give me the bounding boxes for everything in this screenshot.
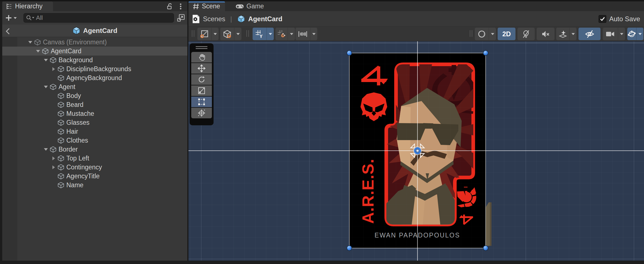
lock-icon[interactable] <box>166 3 175 10</box>
tree-item-body[interactable]: Body <box>2 91 187 100</box>
tree-item-name[interactable]: Name <box>2 181 187 189</box>
tree-item-background[interactable]: Background <box>2 56 187 64</box>
effects-icon <box>559 30 567 38</box>
rotate-tool-icon <box>198 76 205 83</box>
scene-canvas: 001 <box>188 41 644 262</box>
tree-item-agent[interactable]: Agent <box>2 82 187 91</box>
hierarchy-icon <box>6 3 13 10</box>
tree-item-agentcard[interactable]: AgentCard <box>2 47 187 56</box>
selection-handle-bottom-left <box>347 246 352 251</box>
gameobject-cube-icon <box>57 137 64 144</box>
tree-item-clothes[interactable]: Clothes <box>2 136 187 145</box>
foldout-open-icon[interactable] <box>43 147 48 152</box>
grid-axis-y-button[interactable]: Y <box>253 28 274 40</box>
foldout-closed-icon[interactable] <box>51 67 56 71</box>
tree-item-label: Beard <box>66 101 83 109</box>
tree-item-label: Border <box>59 146 78 153</box>
tree-item-border[interactable]: Border <box>2 145 187 154</box>
gizmos-button[interactable] <box>627 28 643 40</box>
tree-item-canvas-environment[interactable]: Canvas (Environment) <box>2 38 187 47</box>
gameobject-cube-icon <box>57 128 64 135</box>
svg-text:Y: Y <box>260 34 263 39</box>
scene-visibility-button[interactable] <box>578 28 601 40</box>
tree-item-disciplinebackgrounds[interactable]: DisciplineBackgrounds <box>2 64 187 73</box>
breadcrumb-current[interactable]: AgentCard <box>248 15 282 23</box>
tree-item-agencybackground[interactable]: AgencyBackground <box>2 73 187 82</box>
tab-game[interactable]: Game <box>232 1 264 11</box>
window-left-edge <box>0 1 2 264</box>
scene-panel: Scene Game <box>188 1 644 261</box>
tool-handle-orientation-button[interactable] <box>220 28 241 40</box>
breadcrumb-scenes[interactable]: Scenes <box>203 15 225 23</box>
no-icon <box>51 183 56 188</box>
scene-breadcrumbs: Scenes | AgentCard Auto Save <box>188 11 644 27</box>
hierarchy-search-field[interactable] <box>23 13 174 23</box>
grid-snap-button[interactable] <box>275 28 295 40</box>
foldout-closed-icon[interactable] <box>51 165 56 170</box>
no-icon <box>51 138 56 143</box>
gameobject-cube-icon <box>57 75 64 81</box>
scene-viewport[interactable]: 001 <box>188 41 644 262</box>
tree-item-contingency[interactable]: Contingency <box>2 163 187 172</box>
transform-tool-button[interactable] <box>191 108 212 118</box>
pick-toggle-icon[interactable] <box>176 13 186 22</box>
scene-camera-button[interactable] <box>603 28 625 40</box>
foldout-closed-icon[interactable] <box>51 156 56 161</box>
tools-overlay-palette[interactable] <box>190 43 214 125</box>
tab-hierarchy[interactable]: Hierarchy <box>2 1 53 11</box>
search-input[interactable] <box>36 14 159 21</box>
tree-item-mustache[interactable]: Mustache <box>2 109 187 118</box>
effects-button[interactable] <box>556 28 577 40</box>
toolbar-drag-handle[interactable] <box>192 30 194 37</box>
scale-tool-icon <box>198 87 205 94</box>
hierarchy-menu-kebab-icon[interactable] <box>177 3 184 10</box>
audio-muted-icon <box>541 30 550 38</box>
scene-grid-icon <box>193 3 199 10</box>
dropdown-caret-icon <box>312 33 316 35</box>
search-filter-caret-icon <box>32 17 34 18</box>
toolbar-drag-handle[interactable] <box>246 30 249 37</box>
gameobject-cube-icon <box>57 66 64 73</box>
tree-item-beard[interactable]: Beard <box>2 100 187 109</box>
breadcrumb-prefab-cube-icon <box>237 15 245 23</box>
foldout-open-icon[interactable] <box>43 58 48 63</box>
audio-toggle-button[interactable] <box>537 28 555 40</box>
no-icon <box>51 129 56 134</box>
scene-lighting-button[interactable] <box>517 28 535 40</box>
tree-item-agencytitle[interactable]: AgencyTitle <box>2 172 187 181</box>
palette-drag-handle-icon[interactable] <box>196 46 207 49</box>
auto-save-checkbox[interactable] <box>599 15 606 23</box>
foldout-open-icon[interactable] <box>43 85 48 89</box>
dropdown-caret-icon <box>571 33 575 35</box>
foldout-open-icon[interactable] <box>28 40 33 45</box>
tool-handle-pivot-button[interactable] <box>197 28 219 40</box>
tree-item-top-left[interactable]: Top Left <box>2 154 187 163</box>
snap-increment-button[interactable] <box>296 28 317 40</box>
foldout-open-icon[interactable] <box>36 49 40 54</box>
tree-item-glasses[interactable]: Glasses <box>2 118 187 127</box>
toolbar-drag-handle[interactable] <box>470 30 472 37</box>
selection-handle-bottom-right <box>483 246 488 251</box>
scene-asset-icon[interactable] <box>192 14 200 24</box>
view-2d-toggle-button[interactable]: 2D <box>498 28 515 40</box>
rect-tool-button[interactable] <box>191 97 212 107</box>
dropdown-caret-icon <box>290 33 294 35</box>
view-pan-tool-button[interactable] <box>191 52 212 63</box>
tree-item-hair[interactable]: Hair <box>2 127 187 136</box>
dropdown-caret-icon <box>491 33 495 35</box>
gameobject-cube-icon <box>50 83 57 90</box>
prefab-title-label: AgentCard <box>83 27 117 35</box>
rotate-tool-button[interactable] <box>191 74 212 85</box>
draw-mode-button[interactable] <box>475 28 496 40</box>
tab-scene[interactable]: Scene <box>188 1 225 11</box>
scale-tool-button[interactable] <box>191 85 212 96</box>
tree-item-label: Canvas (Environment) <box>43 39 107 46</box>
tool-handle-orientation-icon <box>222 30 232 39</box>
move-tool-button[interactable] <box>191 63 212 74</box>
game-tab-label: Game <box>246 3 264 10</box>
no-icon <box>51 120 56 125</box>
dropdown-caret-icon <box>236 33 240 35</box>
scene-toolbar: Y <box>188 27 644 41</box>
gameobject-cube-icon <box>57 173 64 180</box>
add-gameobject-button[interactable] <box>4 13 17 23</box>
